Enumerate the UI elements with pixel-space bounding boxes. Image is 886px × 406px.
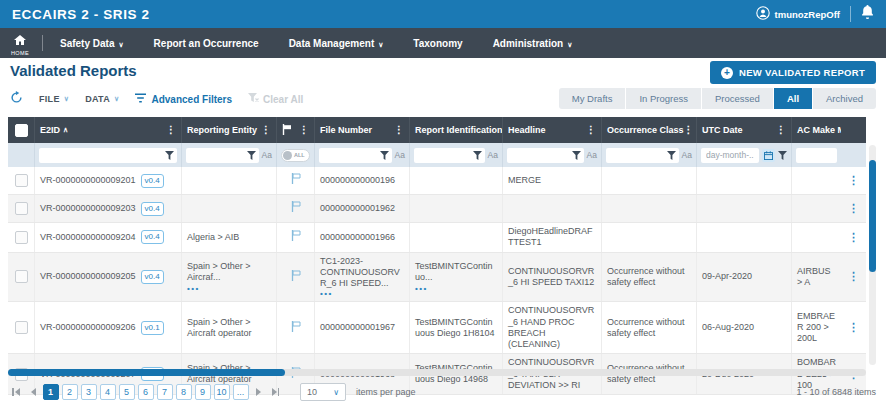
ac-make-filter-input[interactable] (799, 149, 834, 161)
expand-ellipsis[interactable]: ••• (415, 285, 497, 293)
horizontal-scrollbar-thumb[interactable] (8, 369, 285, 376)
filter-funnel-icon[interactable] (380, 151, 389, 160)
previous-page-button[interactable] (27, 388, 40, 396)
page-button-8[interactable]: 8 (176, 384, 192, 400)
last-page-button[interactable] (268, 388, 284, 396)
page-button-5[interactable]: 5 (119, 384, 135, 400)
expand-ellipsis[interactable]: ••• (320, 290, 404, 298)
tab-archived[interactable]: Archived (813, 88, 876, 109)
match-case-toggle[interactable]: Aa (395, 150, 405, 160)
tab-in-progress[interactable]: In Progress (626, 88, 702, 109)
row-checkbox[interactable] (15, 231, 28, 244)
column-menu-kebab-icon[interactable]: ⋮ (586, 125, 596, 135)
calendar-icon[interactable] (762, 149, 775, 162)
column-menu-kebab-icon[interactable]: ⋮ (261, 125, 271, 135)
filter-funnel-icon[interactable] (247, 151, 256, 160)
expand-ellipsis[interactable]: ••• (187, 285, 271, 293)
column-menu-kebab-icon[interactable]: ⋮ (684, 125, 694, 135)
row-checkbox[interactable] (15, 174, 28, 187)
flag-icon[interactable] (291, 201, 301, 215)
refresh-icon[interactable] (10, 90, 23, 108)
flag-icon[interactable] (291, 321, 301, 335)
header-report-identification[interactable]: Report Identification ⋮ (410, 117, 503, 143)
flag-icon[interactable] (291, 173, 301, 187)
column-menu-kebab-icon[interactable]: ⋮ (776, 125, 786, 135)
first-page-button[interactable] (8, 388, 24, 396)
match-case-toggle[interactable]: Aa (587, 150, 597, 160)
file-menu[interactable]: FILE ∨ (39, 94, 69, 104)
header-ac-make[interactable]: AC Make M (792, 117, 841, 143)
filter-funnel-icon[interactable] (667, 151, 676, 160)
match-case-toggle[interactable]: Aa (262, 150, 272, 160)
filter-funnel-icon[interactable] (165, 151, 174, 160)
page-button-1[interactable]: 1 (43, 384, 59, 400)
nav-home[interactable]: HOME (0, 31, 40, 56)
column-menu-kebab-icon[interactable]: ⋮ (299, 125, 309, 135)
tab-my-drafts[interactable]: My Drafts (559, 88, 627, 109)
occurrence-class-filter-input[interactable] (609, 149, 667, 161)
report-identification-filter-input[interactable] (417, 149, 473, 161)
new-validated-report-button[interactable]: + NEW VALIDATED REPORT (710, 61, 876, 84)
row-actions-kebab-icon[interactable]: ⋮ (848, 271, 859, 282)
header-file-number[interactable]: File Number ⋮ (315, 117, 410, 143)
row-actions-kebab-icon[interactable]: ⋮ (848, 232, 859, 243)
select-all-checkbox[interactable] (15, 124, 28, 137)
advanced-filters-button[interactable]: Advanced Filters (135, 93, 232, 105)
row-actions-kebab-icon[interactable]: ⋮ (848, 322, 859, 333)
header-e2id[interactable]: E2ID∧ ⋮ (35, 117, 182, 143)
vertical-scrollbar-thumb[interactable] (869, 160, 876, 272)
row-actions-kebab-icon[interactable]: ⋮ (848, 175, 859, 186)
column-menu-kebab-icon[interactable]: ⋮ (394, 125, 404, 135)
utc-date-filter-input[interactable] (704, 149, 756, 161)
data-menu[interactable]: DATA ∨ (85, 94, 119, 104)
version-badge[interactable]: v0.4 (141, 174, 164, 188)
e2id-filter-input[interactable] (42, 149, 165, 161)
page-button-10[interactable]: 10 (214, 384, 230, 400)
notifications-bell-icon[interactable] (861, 5, 874, 23)
page-button-6[interactable]: 6 (138, 384, 154, 400)
nav-report-an-occurrence[interactable]: Report an Occurrence (139, 38, 274, 49)
header-occurrence-class[interactable]: Occurrence Class ⋮ (602, 117, 697, 143)
row-checkbox[interactable] (15, 270, 28, 283)
nav-administration[interactable]: Administration ∨ (478, 38, 588, 49)
tab-all[interactable]: All (774, 88, 813, 109)
file-number-filter-input[interactable] (322, 149, 380, 161)
version-badge[interactable]: v0.1 (141, 321, 164, 335)
version-badge[interactable]: v0.4 (141, 230, 164, 244)
nav-safety-data[interactable]: Safety Data ∨ (45, 38, 139, 49)
page-button-7[interactable]: 7 (157, 384, 173, 400)
headline-filter-input[interactable] (510, 149, 572, 161)
page-button-3[interactable]: 3 (81, 384, 97, 400)
nav-taxonomy[interactable]: Taxonomy (398, 38, 477, 49)
flag-all-toggle[interactable]: ALL (281, 149, 310, 162)
match-case-toggle[interactable]: Aa (488, 150, 498, 160)
reporting-entity-filter-input[interactable] (189, 149, 247, 161)
row-checkbox[interactable] (15, 202, 28, 215)
flag-icon[interactable] (291, 230, 301, 244)
filter-funnel-icon[interactable] (572, 151, 581, 160)
version-badge[interactable]: v0.4 (141, 270, 164, 284)
header-utc-date[interactable]: UTC Date ⋮ (697, 117, 792, 143)
row-checkbox[interactable] (15, 321, 28, 334)
horizontal-scrollbar[interactable] (8, 369, 866, 376)
next-page-button[interactable] (252, 388, 265, 396)
page-button-2[interactable]: 2 (62, 384, 78, 400)
nav-data-management[interactable]: Data Management ∨ (274, 38, 399, 49)
header-headline[interactable]: Headline ⋮ (503, 117, 602, 143)
page-button-4[interactable]: 4 (100, 384, 116, 400)
flag-icon[interactable] (291, 270, 301, 284)
vertical-scrollbar[interactable] (869, 145, 876, 365)
items-per-page-select[interactable]: 10 ∨ (300, 383, 346, 401)
header-flag[interactable]: ⋮ (277, 117, 315, 143)
row-actions-kebab-icon[interactable]: ⋮ (848, 203, 859, 214)
filter-funnel-icon[interactable] (778, 151, 787, 160)
column-menu-kebab-icon[interactable]: ⋮ (166, 125, 176, 135)
match-case-toggle[interactable]: Aa (682, 150, 692, 160)
clear-all-filters-button[interactable]: Clear All (248, 93, 303, 105)
version-badge[interactable]: v0.4 (141, 202, 164, 216)
filter-funnel-icon[interactable] (473, 151, 482, 160)
page-ellipsis-button[interactable]: ... (233, 384, 249, 400)
tab-processed[interactable]: Processed (702, 88, 774, 109)
header-reporting-entity[interactable]: Reporting Entity ⋮ (182, 117, 277, 143)
page-button-9[interactable]: 9 (195, 384, 211, 400)
